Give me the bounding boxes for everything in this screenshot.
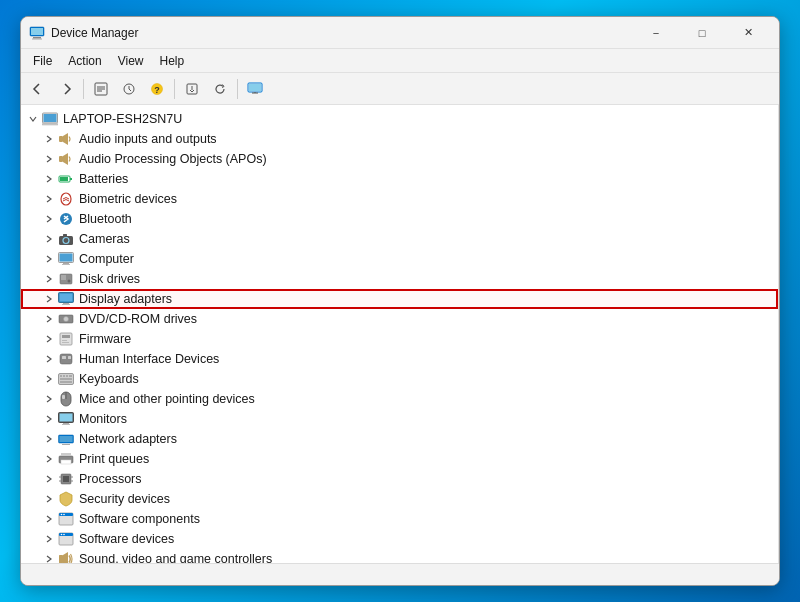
expand-arrow-processors[interactable] (41, 471, 57, 487)
tree-item-bluetooth[interactable]: Bluetooth (21, 209, 778, 229)
tree-item-audio[interactable]: Audio inputs and outputs (21, 129, 778, 149)
item-label-laptop: LAPTOP-ESH2SN7U (63, 112, 182, 126)
expand-arrow-softwaredev[interactable] (41, 531, 57, 547)
tree-item-batteries[interactable]: Batteries (21, 169, 778, 189)
item-icon-printq (57, 451, 75, 467)
tree-item-firmware[interactable]: Firmware (21, 329, 778, 349)
tree-item-hid[interactable]: Human Interface Devices (21, 349, 778, 369)
tree-item-displayadapters[interactable]: Display adapters (21, 289, 778, 309)
properties-button[interactable] (88, 77, 114, 101)
expand-arrow-keyboards[interactable] (41, 371, 57, 387)
scan-button[interactable] (116, 77, 142, 101)
expand-arrow-audio[interactable] (41, 131, 57, 147)
item-label-diskdrives: Disk drives (79, 272, 140, 286)
menu-help[interactable]: Help (152, 52, 193, 70)
tree-item-softwarecomp[interactable]: Software components (21, 509, 778, 529)
expand-arrow-dvdcdrom[interactable] (41, 311, 57, 327)
expand-arrow-softwarecomp[interactable] (41, 511, 57, 527)
tree-item-computer[interactable]: Computer (21, 249, 778, 269)
expand-arrow-firmware[interactable] (41, 331, 57, 347)
item-icon-keyboards (57, 371, 75, 387)
svg-rect-53 (63, 375, 65, 377)
item-icon-processors (57, 471, 75, 487)
item-label-hid: Human Interface Devices (79, 352, 219, 366)
close-button[interactable]: ✕ (725, 17, 771, 49)
refresh-button[interactable] (207, 77, 233, 101)
item-icon-audio (57, 131, 75, 147)
svg-rect-56 (60, 378, 72, 380)
item-label-biometric: Biometric devices (79, 192, 177, 206)
toolbar: ? (21, 73, 779, 105)
tree-item-printq[interactable]: Print queues (21, 449, 778, 469)
expand-arrow-biometric[interactable] (41, 191, 57, 207)
forward-button[interactable] (53, 77, 79, 101)
tree-item-monitors[interactable]: Monitors (21, 409, 778, 429)
expand-arrow-monitors[interactable] (41, 411, 57, 427)
tree-item-processors[interactable]: Processors (21, 469, 778, 489)
update-driver-button[interactable] (179, 77, 205, 101)
tree-item-mice[interactable]: Mice and other pointing devices (21, 389, 778, 409)
item-icon-apo (57, 151, 75, 167)
expand-arrow-sound[interactable] (41, 551, 57, 563)
svg-rect-30 (63, 234, 67, 236)
menu-file[interactable]: File (25, 52, 60, 70)
tree-item-network[interactable]: Network adapters (21, 429, 778, 449)
monitor-button[interactable] (242, 77, 268, 101)
item-icon-cameras (57, 231, 75, 247)
tree-item-apo[interactable]: Audio Processing Objects (APOs) (21, 149, 778, 169)
svg-rect-22 (59, 156, 63, 162)
tree-item-biometric[interactable]: Biometric devices (21, 189, 778, 209)
item-label-mice: Mice and other pointing devices (79, 392, 255, 406)
svg-rect-40 (63, 303, 69, 304)
svg-rect-55 (69, 375, 72, 377)
expand-arrow-security[interactable] (41, 491, 57, 507)
tree-item-dvdcdrom[interactable]: DVD/CD-ROM drives (21, 309, 778, 329)
svg-rect-21 (59, 136, 63, 142)
tree-item-security[interactable]: Security devices (21, 489, 778, 509)
svg-point-27 (60, 213, 72, 225)
tree-item-keyboards[interactable]: Keyboards (21, 369, 778, 389)
help-button[interactable]: ? (144, 77, 170, 101)
expand-arrow-batteries[interactable] (41, 171, 57, 187)
tree-item-softwaredev[interactable]: Software devices (21, 529, 778, 549)
menu-view[interactable]: View (110, 52, 152, 70)
expand-arrow-bluetooth[interactable] (41, 211, 57, 227)
svg-rect-15 (249, 84, 261, 91)
item-icon-computer (57, 251, 75, 267)
device-tree[interactable]: LAPTOP-ESH2SN7UAudio inputs and outputsA… (21, 105, 779, 563)
item-label-apo: Audio Processing Objects (APOs) (79, 152, 267, 166)
svg-rect-24 (70, 178, 72, 180)
expand-arrow-printq[interactable] (41, 451, 57, 467)
item-icon-sound (57, 551, 75, 563)
device-manager-window: Device Manager − □ ✕ File Action View He… (20, 16, 780, 586)
svg-rect-63 (63, 423, 69, 424)
svg-rect-62 (60, 414, 73, 422)
item-icon-bluetooth (57, 211, 75, 227)
item-icon-softwarecomp (57, 511, 75, 527)
expand-arrow-mice[interactable] (41, 391, 57, 407)
tree-item-diskdrives[interactable]: Disk drives (21, 269, 778, 289)
tree-item-sound[interactable]: Sound, video and game controllers (21, 549, 778, 563)
status-bar (21, 563, 779, 585)
tree-item-cameras[interactable]: Cameras (21, 229, 778, 249)
tree-item-laptop[interactable]: LAPTOP-ESH2SN7U (21, 109, 778, 129)
maximize-button[interactable]: □ (679, 17, 725, 49)
expand-arrow-displayadapters[interactable] (41, 291, 57, 307)
item-label-processors: Processors (79, 472, 142, 486)
svg-rect-52 (60, 375, 62, 377)
expand-arrow-network[interactable] (41, 431, 57, 447)
item-label-printq: Print queues (79, 452, 149, 466)
expand-arrow-apo[interactable] (41, 151, 57, 167)
minimize-button[interactable]: − (633, 17, 679, 49)
expand-arrow-computer[interactable] (41, 251, 57, 267)
window-controls: − □ ✕ (633, 17, 771, 49)
expand-arrow-cameras[interactable] (41, 231, 57, 247)
expand-arrow-diskdrives[interactable] (41, 271, 57, 287)
svg-rect-67 (62, 444, 70, 445)
expand-arrow-hid[interactable] (41, 351, 57, 367)
svg-rect-44 (60, 333, 72, 345)
back-button[interactable] (25, 77, 51, 101)
menu-action[interactable]: Action (60, 52, 109, 70)
expand-arrow-laptop[interactable] (25, 111, 41, 127)
item-label-security: Security devices (79, 492, 170, 506)
